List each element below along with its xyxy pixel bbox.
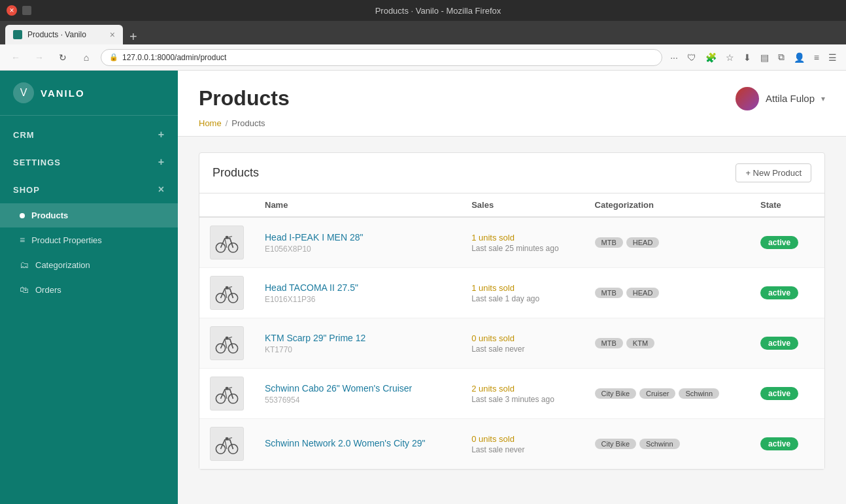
user-chevron-icon: ▾: [821, 94, 825, 103]
product-image-cell: [199, 217, 254, 268]
sidebar-logo: V VANILO: [0, 71, 178, 116]
fxa-icon[interactable]: 👤: [791, 50, 807, 65]
bookmark-icon[interactable]: ☆: [723, 50, 737, 65]
shop-x-icon: ×: [158, 184, 165, 195]
table-row[interactable]: Head TACOMA II 27.5"E1016X11P361 units s…: [199, 268, 824, 318]
product-tags: MTBKTM: [595, 338, 739, 348]
main-header-top: Products Attila Fulop ▾: [199, 86, 825, 110]
pip-icon[interactable]: ⧉: [775, 49, 787, 65]
breadcrumb-separator: /: [226, 118, 228, 128]
logo-text: VANILO: [41, 88, 85, 99]
sidebar-toggle-icon[interactable]: ▤: [758, 50, 771, 65]
download-icon[interactable]: ⬇: [741, 50, 754, 65]
product-tags: MTBHEAD: [595, 288, 739, 298]
product-name-link[interactable]: Head TACOMA II 27.5": [265, 282, 358, 293]
product-sku: KT1770: [265, 345, 450, 354]
svg-point-13: [228, 445, 237, 454]
sales-units: 1 units sold: [471, 233, 573, 243]
menu-dots-icon[interactable]: ···: [668, 50, 681, 65]
breadcrumb-home[interactable]: Home: [199, 118, 222, 128]
new-product-button[interactable]: + New Product: [736, 163, 811, 182]
product-name-link[interactable]: KTM Scarp 29" Prime 12: [265, 333, 365, 343]
page-title: Products: [199, 86, 290, 110]
user-name: Attila Fulop: [766, 93, 815, 104]
product-properties-icon: ≡: [20, 235, 25, 245]
product-state-cell: active: [750, 419, 824, 469]
tag: HEAD: [626, 237, 660, 248]
product-thumbnail: [210, 276, 244, 310]
new-tab-button[interactable]: +: [123, 29, 144, 44]
product-name-link[interactable]: Schwinn Cabo 26" Women's Cruiser: [265, 383, 412, 394]
browser-close-button[interactable]: [7, 5, 17, 16]
product-thumbnail: [210, 377, 244, 411]
sidebar-section-settings[interactable]: SETTINGS +: [0, 148, 178, 176]
status-badge: active: [760, 286, 798, 299]
product-name-link[interactable]: Schwinn Network 2.0 Women's City 29": [265, 438, 425, 448]
table-body: Head I-PEAK I MEN 28"E1056X8P101 units s…: [199, 217, 824, 469]
product-thumbnail: [210, 326, 244, 360]
sales-last: Last sale never: [471, 445, 573, 454]
browser-nav-bar: ← → ↻ ⌂ 🔒 127.0.0.1:8000/admin/product ·…: [0, 44, 846, 71]
svg-point-2: [226, 236, 229, 239]
tag: KTM: [626, 338, 654, 348]
browser-tab[interactable]: Products · Vanilo ×: [5, 25, 123, 44]
hamburger-menu-icon[interactable]: ☰: [826, 50, 839, 65]
table-header-row: Name Sales Categorization State: [199, 193, 824, 217]
user-info[interactable]: Attila Fulop ▾: [736, 87, 825, 110]
product-sales-cell: 0 units soldLast sale never: [461, 419, 584, 469]
forward-button[interactable]: →: [30, 48, 48, 67]
sidebar-item-products[interactable]: Products: [0, 203, 178, 227]
sidebar-item-orders-label: Orders: [35, 285, 61, 295]
product-thumbnail: [210, 226, 244, 260]
reload-button[interactable]: ↻: [54, 48, 72, 67]
product-image-cell: [199, 419, 254, 469]
product-state-cell: active: [750, 268, 824, 318]
sidebar-section-shop[interactable]: SHOP ×: [0, 176, 178, 203]
product-tags: City BikeCruiserSchwinn: [595, 388, 739, 399]
sales-last: Last sale 25 minutes ago: [471, 244, 573, 253]
main-content: Products Attila Fulop ▾ Home / Products …: [178, 71, 846, 504]
browser-tab-bar: Products · Vanilo × +: [0, 21, 846, 44]
tag: MTB: [595, 237, 623, 248]
product-categorization-cell: City BikeSchwinn: [584, 419, 750, 469]
tab-close-button[interactable]: ×: [110, 29, 115, 40]
sidebar-item-product-properties[interactable]: ≡ Product Properties: [0, 227, 178, 252]
table-row[interactable]: Head I-PEAK I MEN 28"E1056X8P101 units s…: [199, 217, 824, 268]
table-row[interactable]: Schwinn Cabo 26" Women's Cruiser55376954…: [199, 369, 824, 419]
home-button[interactable]: ⌂: [77, 48, 95, 67]
reader-icon[interactable]: ≡: [811, 50, 822, 65]
sales-units: 0 units sold: [471, 434, 573, 444]
settings-label: SETTINGS: [13, 158, 61, 167]
product-sku: 55376954: [265, 395, 450, 405]
status-badge: active: [760, 387, 798, 400]
table-row[interactable]: KTM Scarp 29" Prime 12KT17700 units sold…: [199, 318, 824, 369]
browser-title: Products · Vanilo - Mozilla Firefox: [37, 6, 839, 16]
table-row[interactable]: Schwinn Network 2.0 Women's City 29"0 un…: [199, 419, 824, 469]
sidebar: V VANILO CRM + SETTINGS + SHOP × Product…: [0, 71, 178, 504]
sidebar-item-product-properties-label: Product Properties: [31, 235, 102, 245]
product-sales-cell: 1 units soldLast sale 25 minutes ago: [461, 217, 584, 268]
svg-point-6: [216, 344, 225, 353]
col-name: Name: [254, 193, 461, 217]
browser-minimize-button[interactable]: [22, 6, 31, 15]
main-header: Products Attila Fulop ▾ Home / Products: [178, 71, 846, 137]
product-name-cell: Schwinn Cabo 26" Women's Cruiser55376954: [254, 369, 461, 419]
sidebar-section-crm[interactable]: CRM +: [0, 121, 178, 148]
address-bar[interactable]: 🔒 127.0.0.1:8000/admin/product: [101, 49, 662, 66]
tag: Schwinn: [679, 388, 719, 399]
svg-point-5: [226, 286, 229, 290]
product-categorization-cell: MTBKTM: [584, 318, 750, 369]
sales-units: 2 units sold: [471, 384, 573, 394]
product-categorization-cell: MTBHEAD: [584, 217, 750, 268]
tag: City Bike: [595, 388, 636, 399]
product-name-cell: Head I-PEAK I MEN 28"E1056X8P10: [254, 217, 461, 268]
orders-icon: 🛍: [20, 284, 29, 295]
product-image-cell: [199, 318, 254, 369]
product-name-link[interactable]: Head I-PEAK I MEN 28": [265, 232, 363, 243]
sidebar-item-orders[interactable]: 🛍 Orders: [0, 277, 178, 302]
back-button[interactable]: ←: [7, 48, 25, 67]
svg-point-9: [216, 394, 225, 403]
sidebar-item-categorization[interactable]: 🗂 Categorization: [0, 252, 178, 277]
product-state-cell: active: [750, 318, 824, 369]
extension-icon: 🧩: [703, 50, 719, 65]
